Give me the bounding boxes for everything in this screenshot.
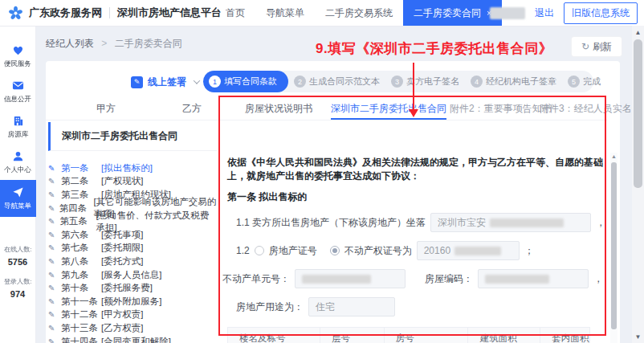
tab-attachment-3[interactable]: 附件3：经纪人员实名登记信息	[540, 99, 644, 120]
nav-tab-label: 二手房委卖合同	[414, 0, 481, 26]
breadcrumb: 经纪人列表 > 二手房委卖合同	[46, 37, 182, 51]
sidebar-item-housing-library[interactable]: 房源库	[0, 109, 36, 145]
row-usage: 房地产用途为： 住宅	[227, 297, 606, 316]
step-fill-terms[interactable]: 1 填写合同条款	[203, 71, 288, 92]
refresh-icon: ↻	[581, 41, 589, 52]
step-complete[interactable]: 5 完成	[562, 71, 606, 92]
step-agency-seal[interactable]: 4 经纪机构电子签章	[465, 71, 562, 92]
pen-icon: ✎	[48, 257, 61, 266]
pen-icon: ✎	[48, 164, 61, 173]
tab-house-condition[interactable]: 房屋状况说明书	[245, 99, 312, 120]
clause-item-2[interactable]: ✎第二条[产权现状]	[48, 175, 217, 189]
sidebar-item-convenient-services[interactable]: 便民服务	[0, 39, 36, 74]
chevron-down-icon	[194, 77, 200, 84]
refresh-button[interactable]: ↻ 刷新	[572, 37, 622, 56]
location-label: 1.1 卖方所出售房地产（下称该房地产）坐落	[236, 216, 426, 230]
clause-item-7[interactable]: ✎第七条[委托期限]	[48, 242, 217, 255]
clause-label: [甲方权责]	[101, 308, 143, 321]
cert-number-value: 20160	[424, 245, 450, 256]
annotation-arrow-head-icon	[409, 109, 418, 117]
sidebar-item-info-disclosure[interactable]: 信息公开	[0, 74, 36, 109]
step-bar: 1 填写合同条款 2 生成合同示范文本 3 卖方电子签名 4 经纪机构电子签章 …	[203, 71, 593, 92]
login-users-label: 登录人数:	[4, 277, 32, 287]
clause-item-13[interactable]: ✎第十三条[乙方权责]	[48, 321, 217, 335]
clause-label: [委托服务费]	[101, 282, 153, 294]
nav-item-home[interactable]: 首页	[215, 0, 255, 26]
step-label: 生成合同示范文本	[309, 76, 380, 88]
tab-attachment-2[interactable]: 附件2：重要事项告知书	[450, 99, 552, 120]
unit-number-input[interactable]	[295, 269, 406, 288]
mail-icon	[12, 80, 24, 92]
clause-item-1[interactable]: ✎第一条[拟出售标的]	[48, 161, 217, 175]
sidebar-item-nav-menu-active[interactable]: 导航菜单	[0, 180, 36, 217]
annotation-step-9-text: 9.填写《深圳市二手房委托出售合同》	[316, 39, 552, 58]
clause-item-9[interactable]: ✎第九条[服务人员信息]	[48, 268, 217, 282]
house-code-label: 房屋编码：	[425, 272, 473, 286]
online-users-count: 5756	[2, 257, 34, 267]
pen-icon: ✎	[48, 324, 61, 333]
house-code-input[interactable]	[478, 269, 589, 288]
logout-link[interactable]: 退出	[535, 6, 554, 20]
clause-item-8[interactable]: ✎第八条[委托方式]	[48, 255, 217, 268]
clause-no: 第六条	[61, 229, 101, 241]
breadcrumb-parent[interactable]: 经纪人列表	[46, 38, 94, 49]
user-icon	[12, 150, 24, 162]
radio-property-cert-label: 不动产权证号为	[344, 244, 412, 258]
usage-input[interactable]: 住宅	[308, 297, 395, 316]
step-seller-signature[interactable]: 3 卖方电子签名	[385, 71, 465, 92]
nav-item-menu[interactable]: 导航菜单	[255, 0, 315, 26]
clause-item-14[interactable]: ✎第十四条[合同变更和解除]	[48, 335, 217, 343]
sidebar-item-personal-center[interactable]: 个人中心	[0, 145, 36, 180]
page-scrollbar-thumb[interactable]	[634, 39, 642, 188]
unit-row-suffix: ，	[593, 272, 603, 286]
content-scrollbar[interactable]: ▲	[610, 153, 618, 343]
tab-party-a[interactable]: 甲方	[96, 99, 116, 120]
nav-item-trade-system[interactable]: 二手房交易系统	[315, 0, 403, 26]
clause-no: 第十二条	[61, 308, 101, 321]
sidebar-item-label: 个人中心	[4, 165, 31, 174]
cert-suffix: ；	[524, 244, 534, 258]
scroll-up-icon[interactable]: ▲	[632, 29, 644, 36]
tab-sale-contract-active[interactable]: 深圳市二手房委托出售合同	[331, 99, 446, 120]
pen-icon: ✎	[48, 297, 61, 306]
clause-item-10[interactable]: ✎第十条[委托服务费]	[48, 281, 217, 295]
clause-item-12[interactable]: ✎第十二条[甲方权责]	[48, 308, 217, 322]
step-label: 完成	[583, 76, 601, 88]
location-input[interactable]: 深圳市宝安	[430, 213, 591, 232]
clause-no: 第一条	[61, 162, 101, 174]
radio-property-cert-selected[interactable]	[330, 246, 340, 255]
radio-realestate-cert[interactable]	[255, 246, 264, 255]
scroll-down-icon[interactable]: ▼	[632, 333, 644, 341]
clause-no: 第十三条	[61, 322, 101, 334]
scroll-up-icon[interactable]: ▲	[610, 153, 618, 159]
clause-no: 第八条	[61, 255, 101, 267]
contract-panel: ✎ 线上签署 1 填写合同条款 2 生成合同示范文本 3 卖方电子签名 4 经纪…	[46, 61, 620, 343]
clause-no: 第九条	[61, 269, 101, 281]
property-table: 楼名及栋号 层号 房号 建筑面积 套内面积 86.29 67.9	[227, 327, 590, 343]
page-scrollbar[interactable]: ▲ ▼	[632, 26, 644, 343]
username-redacted	[490, 7, 525, 19]
clause-item-11[interactable]: ✎第十一条[额外附加服务]	[48, 295, 217, 308]
contract-content: 依据《中华人民共和国民法典》及相关法律法规的规定，甲方与乙方在平等、自愿的基础上…	[227, 156, 606, 343]
brand-title: 广东政务服务网	[29, 6, 102, 20]
cert-number-input[interactable]: 20160	[417, 241, 520, 260]
login-users-count: 974	[2, 289, 34, 299]
cert-prefix: 1.2	[236, 245, 250, 256]
step-generate-text[interactable]: 2 生成合同示范文本	[288, 71, 385, 92]
row-location: 1.1 卖方所出售房地产（下称该房地产）坐落 深圳市宝安 ，	[227, 213, 606, 232]
nav-tab-contract-active[interactable]: 二手房委卖合同 ×	[403, 0, 502, 26]
tab-party-b[interactable]: 乙方	[182, 99, 202, 120]
sign-mode-dropdown[interactable]: ✎ 线上签署	[131, 71, 199, 92]
contract-intro: 依据《中华人民共和国民法典》及相关法律法规的规定，甲方与乙方在平等、自愿的基础上…	[227, 156, 606, 183]
row-unit-code: 不动产单元号： 房屋编码： ，	[222, 269, 606, 288]
step-label: 填写合同条款	[224, 76, 277, 88]
sidebar-item-label: 导航菜单	[4, 201, 31, 210]
legacy-system-button[interactable]: 旧版信息系统	[564, 2, 638, 24]
tabs-underline	[46, 120, 607, 120]
content-scrollbar-thumb[interactable]	[611, 162, 617, 329]
table-header-row: 楼名及栋号 层号 房号 建筑面积 套内面积	[228, 328, 590, 343]
pen-icon: ✎	[48, 204, 59, 213]
clause-item-5[interactable]: ✎第五条[意向售价、付款方式及税费承担]	[48, 214, 217, 228]
brand-divider	[109, 7, 110, 18]
sidebar-item-label: 房源库	[7, 129, 28, 139]
